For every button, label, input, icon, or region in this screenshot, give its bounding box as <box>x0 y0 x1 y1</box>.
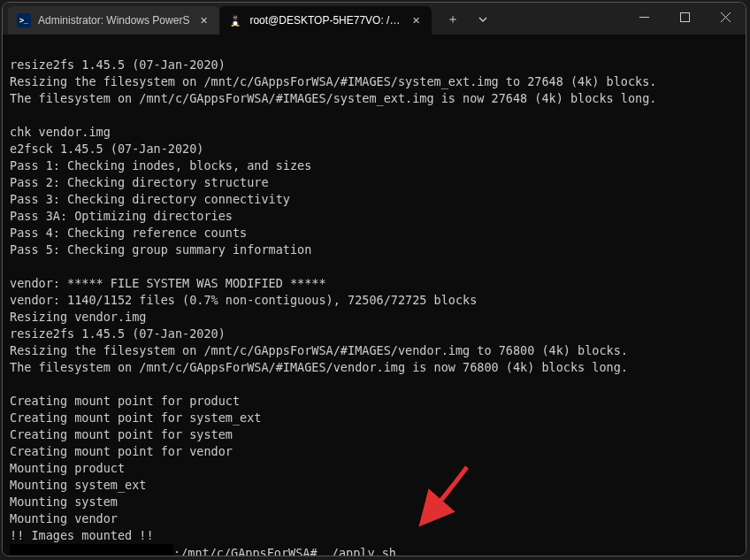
svg-point-6 <box>236 17 237 18</box>
svg-point-2 <box>233 21 238 26</box>
minimize-button[interactable] <box>624 3 664 31</box>
tab-powershell[interactable]: >_ Administrator: Windows PowerS ✕ <box>8 6 219 35</box>
new-tab-button[interactable]: ＋ <box>439 5 467 34</box>
redacted-hostname <box>10 544 173 556</box>
svg-point-8 <box>237 25 240 27</box>
maximize-button[interactable] <box>664 3 705 31</box>
tab-linux[interactable]: root@DESKTOP-5HE77VO: /mnt ✕ <box>219 6 432 35</box>
terminal-content[interactable]: resize2fs 1.45.5 (07-Jan-2020) Resizing … <box>3 35 746 556</box>
prompt-command: ./apply.sh <box>318 545 396 556</box>
close-icon[interactable]: ✕ <box>409 13 423 27</box>
tab-dropdown-button[interactable] <box>469 5 497 34</box>
tux-icon <box>228 13 242 27</box>
prompt-path: :/mnt/c/GAppsForWSA# <box>173 545 318 556</box>
tab-strip: >_ Administrator: Windows PowerS ✕ root@… <box>3 3 432 35</box>
svg-point-5 <box>234 17 235 18</box>
window-controls <box>624 3 746 35</box>
titlebar[interactable]: >_ Administrator: Windows PowerS ✕ root@… <box>3 3 746 35</box>
tab-label: Administrator: Windows PowerS <box>38 14 189 27</box>
titlebar-drag-area[interactable] <box>497 3 624 35</box>
tab-label: root@DESKTOP-5HE77VO: /mnt <box>249 14 402 27</box>
svg-point-7 <box>232 25 234 27</box>
close-icon[interactable]: ✕ <box>196 13 210 27</box>
svg-rect-10 <box>680 12 689 21</box>
powershell-icon: >_ <box>17 13 31 27</box>
close-button[interactable] <box>705 3 746 31</box>
prompt-line: :/mnt/c/GAppsForWSA# ./apply.sh <box>10 544 739 556</box>
terminal-window: >_ Administrator: Windows PowerS ✕ root@… <box>2 2 746 556</box>
tab-actions: ＋ <box>432 3 497 35</box>
terminal-output: resize2fs 1.45.5 (07-Jan-2020) Resizing … <box>10 57 739 544</box>
